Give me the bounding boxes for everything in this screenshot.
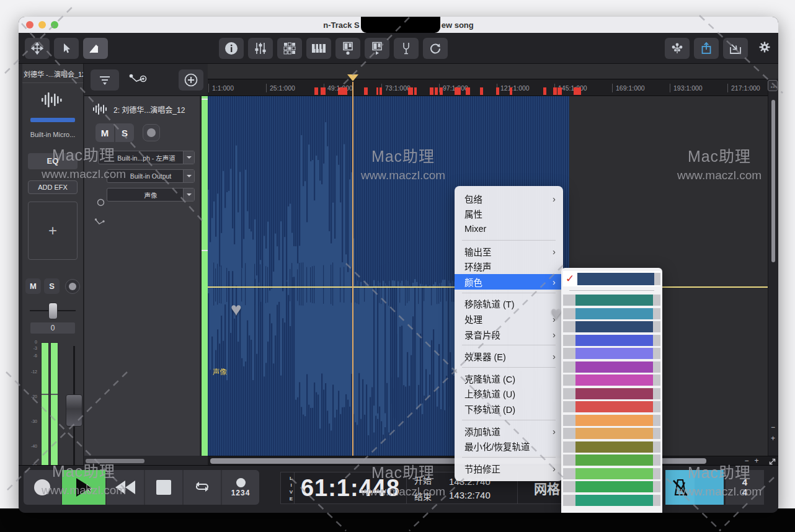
color-option[interactable] xyxy=(563,321,660,332)
menu-item[interactable]: Mixer xyxy=(455,221,563,237)
stop-button[interactable] xyxy=(145,470,182,505)
vertical-zoom-out-button[interactable]: − xyxy=(769,423,777,432)
time-display[interactable]: 61:1:448 xyxy=(295,475,406,502)
menu-item[interactable]: 下移轨道 (D) xyxy=(455,401,563,417)
sidebar-record-arm-button[interactable] xyxy=(65,279,80,294)
color-option[interactable] xyxy=(563,441,660,453)
menu-item[interactable]: 颜色› xyxy=(455,274,563,290)
metronome-count-button[interactable]: 1234 xyxy=(222,470,259,505)
sync-icon xyxy=(429,42,442,55)
track-mute-button[interactable]: M xyxy=(95,123,114,142)
chevron-down-icon[interactable] xyxy=(183,151,194,164)
menu-item[interactable]: 输出至› xyxy=(455,244,563,259)
metronome-options-half[interactable] xyxy=(695,470,724,505)
record-button[interactable] xyxy=(24,470,61,505)
menu-item[interactable]: 录音片段› xyxy=(455,327,563,342)
add-efx-button[interactable]: ADD EFX xyxy=(28,180,78,194)
current-color-swatch xyxy=(577,273,654,285)
live-indicator[interactable]: LIVE xyxy=(280,472,294,504)
vertical-scrollbar-thumb[interactable] xyxy=(771,100,775,262)
sync-button[interactable] xyxy=(423,38,448,59)
track-header[interactable]: 2: 刘德华...演唱会_12 M S Built-in...ph - 左声道 xyxy=(84,96,200,456)
color-option-checked[interactable]: ✓ xyxy=(563,271,660,286)
menu-item[interactable]: 包络› xyxy=(455,191,563,206)
time-signature[interactable]: 4 4 xyxy=(726,470,764,505)
grid-label[interactable]: 网格 xyxy=(534,479,560,497)
pan-slider-thumb[interactable] xyxy=(48,303,58,319)
pointer-tool-button[interactable] xyxy=(54,38,79,59)
eq-button[interactable]: EQ xyxy=(28,153,78,169)
color-option[interactable] xyxy=(563,308,660,319)
track-panel-scrollbar[interactable] xyxy=(86,459,144,463)
volume-fader-thumb[interactable] xyxy=(66,394,82,427)
color-option[interactable] xyxy=(563,495,660,506)
color-option[interactable] xyxy=(563,481,660,492)
piano-keyboard-button[interactable] xyxy=(306,38,331,59)
tuner-button[interactable] xyxy=(394,38,419,59)
color-option[interactable] xyxy=(563,375,660,386)
vertical-zoom-in-button[interactable]: + xyxy=(769,435,777,443)
menu-item[interactable]: 属性 xyxy=(455,206,563,222)
share-button[interactable] xyxy=(694,38,719,59)
horizontal-zoom-button[interactable]: ↔ xyxy=(768,80,778,91)
zoom-button[interactable] xyxy=(51,21,58,29)
move-tool-button[interactable] xyxy=(25,38,50,59)
color-option[interactable] xyxy=(563,348,660,359)
sidebar-solo-button[interactable]: S xyxy=(44,278,60,294)
menu-item[interactable]: 最小化/恢复轨道 xyxy=(455,438,563,454)
loop-button[interactable] xyxy=(184,470,221,505)
add-track-button[interactable] xyxy=(179,69,203,91)
output-select[interactable]: Built-in Output xyxy=(107,169,195,183)
info-button[interactable] xyxy=(219,38,244,59)
color-option[interactable] xyxy=(563,295,660,306)
zoom-in-button[interactable]: + xyxy=(752,457,761,465)
color-option[interactable] xyxy=(563,468,660,479)
color-option[interactable] xyxy=(563,401,660,412)
envelope-node-icon[interactable] xyxy=(129,73,150,90)
collaboration-button[interactable] xyxy=(665,38,690,59)
sidebar-mute-button[interactable]: M xyxy=(25,278,41,294)
input-select[interactable]: Built-in...ph - 左声道 xyxy=(98,151,195,164)
track-list-menu-button[interactable] xyxy=(91,69,119,91)
color-option[interactable] xyxy=(563,428,660,439)
menu-item[interactable]: 节拍修正› xyxy=(455,461,563,476)
zoom-out-button[interactable]: − xyxy=(742,457,751,465)
track-record-arm-button[interactable] xyxy=(143,124,160,141)
timeline-ruler[interactable]: 1:1:00025:1:00049:1:00073:1:00097:1:0001… xyxy=(208,79,778,96)
color-option[interactable] xyxy=(563,415,660,426)
envelope-select[interactable]: 声像 xyxy=(107,188,195,202)
chevron-down-icon[interactable] xyxy=(183,188,194,201)
settings-button[interactable] xyxy=(758,41,771,56)
minimize-button[interactable] xyxy=(38,21,46,29)
track-record-button[interactable] xyxy=(335,38,360,59)
metronome-off-half[interactable] xyxy=(665,470,695,505)
menu-item[interactable]: 环绕声 xyxy=(455,259,563,274)
add-effect-slot[interactable]: + xyxy=(28,202,78,260)
color-option[interactable] xyxy=(563,454,660,466)
publish-button[interactable] xyxy=(723,38,748,59)
color-option[interactable] xyxy=(563,361,660,373)
playhead-marker[interactable] xyxy=(347,74,358,87)
mixer-button[interactable] xyxy=(248,38,273,59)
color-option[interactable] xyxy=(563,335,660,346)
menu-item[interactable]: 克隆轨道 (C) xyxy=(455,371,563,386)
menu-item[interactable]: 移除轨道 (T) xyxy=(455,296,563,312)
track-play-button[interactable] xyxy=(365,38,389,59)
metronome-toggle-button[interactable] xyxy=(665,470,724,505)
pan-slider[interactable] xyxy=(22,301,83,320)
menu-item[interactable]: 上移轨道 (U) xyxy=(455,386,563,402)
pads-button[interactable] xyxy=(277,38,302,59)
end-value[interactable]: 143:2:740 xyxy=(449,490,509,500)
close-button[interactable] xyxy=(26,21,33,29)
track-list-panel: 2: 刘德华...演唱会_12 M S Built-in...ph - 左声道 xyxy=(84,64,208,465)
play-button[interactable] xyxy=(62,470,105,505)
chevron-down-icon[interactable] xyxy=(183,170,194,182)
track-solo-button[interactable]: S xyxy=(115,123,134,142)
color-option[interactable] xyxy=(563,388,660,399)
menu-item-label: 最小化/恢复轨道 xyxy=(464,440,530,453)
rewind-button[interactable] xyxy=(107,470,144,505)
fade-tool-button[interactable] xyxy=(83,38,108,59)
menu-item[interactable]: 效果器 (E)› xyxy=(455,348,563,364)
menu-item[interactable]: 添加轨道› xyxy=(455,423,563,439)
menu-item[interactable]: 处理› xyxy=(455,311,563,327)
